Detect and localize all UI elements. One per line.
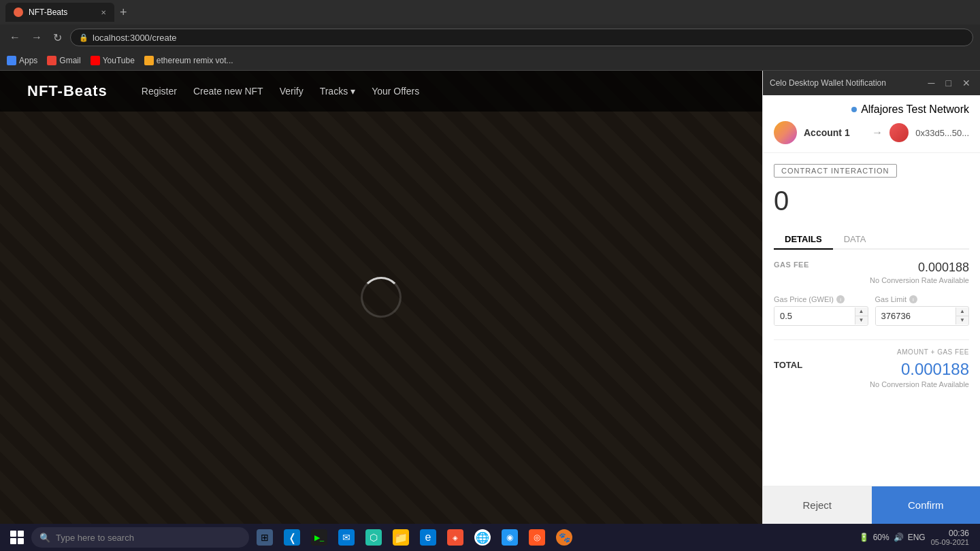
account-row: Account 1 → 0x33d5...50... [774, 121, 969, 144]
wallet-actions: Reject Confirm [763, 486, 980, 524]
gas-limit-group: Gas Limit i ▲ ▼ [875, 295, 970, 326]
task-view-icon: ⊞ [257, 529, 273, 546]
chrome-icon: 🌐 [474, 529, 491, 546]
amount-display: 0 [774, 186, 969, 216]
bookmark-apps-favicon [7, 56, 16, 65]
time-display: 00:36 [931, 529, 969, 538]
vscode-insiders-icon: ⬡ [365, 529, 382, 546]
taskbar-app-terminal[interactable]: ▶_ [306, 524, 332, 550]
gas-price-info-icon[interactable]: i [836, 295, 845, 303]
wallet-title: Celo Desktop Wallet Notification [770, 78, 886, 88]
extra1-icon: ◉ [502, 529, 518, 546]
confirm-button[interactable]: Confirm [872, 486, 981, 524]
file-explorer-icon: 📁 [393, 529, 409, 546]
tab-details[interactable]: DETAILS [774, 230, 833, 250]
taskbar-search-icon: 🔍 [39, 533, 50, 543]
account-info: Account 1 [804, 127, 865, 138]
gas-fee-value: 0.000188 [870, 261, 969, 275]
loading-spinner [361, 277, 402, 318]
terminal-icon: ▶_ [311, 529, 327, 546]
bookmark-gmail[interactable]: Gmail [47, 56, 80, 65]
wallet-window-buttons: ─ □ ✕ [926, 78, 973, 88]
url-text: localhost:3000/create [93, 33, 177, 43]
taskbar-app-vscode[interactable]: ❬ [279, 524, 305, 550]
start-button[interactable] [5, 526, 29, 549]
vscode-icon: ❬ [284, 529, 300, 546]
bookmark-apps-label: Apps [19, 56, 37, 65]
gas-price-label: Gas Price (GWEI) i [774, 295, 868, 303]
account-address-avatar [889, 123, 909, 142]
gas-price-up-button[interactable]: ▲ [855, 307, 868, 316]
content-area: NFT-Beats Register Create new NFT Verify… [0, 71, 980, 524]
gas-limit-input-wrapper: ▲ ▼ [875, 306, 970, 326]
taskbar: 🔍 Type here to search ⊞ ❬ ▶_ ✉ ⬡ 📁 e ◈ 🌐 [0, 524, 980, 551]
new-tab-button[interactable]: + [117, 5, 130, 20]
tab-bar: NFT-Beats ✕ + [5, 3, 130, 22]
contract-interaction-badge: CONTRACT INTERACTION [774, 164, 897, 178]
bookmark-youtube[interactable]: YouTube [91, 56, 135, 65]
taskbar-app-files[interactable]: 📁 [388, 524, 414, 550]
taskbar-app-edge[interactable]: e [415, 524, 441, 550]
bookmark-ethereum[interactable]: ethereum remix vot... [144, 56, 233, 65]
taskbar-app-git[interactable]: ◈ [442, 524, 468, 550]
extra3-icon: 🐾 [556, 529, 572, 546]
gas-inputs: Gas Price (GWEI) i ▲ ▼ Gas Limit i [774, 295, 969, 326]
tab-close-btn[interactable]: ✕ [101, 9, 106, 16]
gas-limit-down-button[interactable]: ▼ [956, 316, 968, 324]
gas-limit-info-icon[interactable]: i [909, 295, 917, 303]
tab-data[interactable]: DATA [833, 230, 877, 250]
bookmark-ethereum-label: ethereum remix vot... [157, 56, 233, 65]
taskbar-app-chrome[interactable]: 🌐 [470, 524, 495, 550]
gas-fee-label: GAS FEE [774, 261, 809, 269]
gas-price-group: Gas Price (GWEI) i ▲ ▼ [774, 295, 868, 326]
tab-favicon [14, 7, 23, 17]
extra2-icon: ◎ [529, 529, 545, 546]
wallet-close-button[interactable]: ✕ [960, 78, 973, 88]
taskbar-search-placeholder: Type here to search [56, 533, 134, 543]
gas-price-input-wrapper: ▲ ▼ [774, 306, 868, 326]
wallet-tabs: DETAILS DATA [774, 230, 969, 250]
network-name: Alfajores Test Network [861, 103, 969, 116]
bookmark-apps[interactable]: Apps [7, 56, 37, 65]
address-bar[interactable]: 🔒 localhost:3000/create [70, 29, 973, 46]
wallet-panel: Celo Desktop Wallet Notification ─ □ ✕ A… [762, 71, 980, 524]
bookmark-gmail-favicon [47, 56, 56, 65]
taskbar-apps: ⊞ ❬ ▶_ ✉ ⬡ 📁 e ◈ 🌐 ◉ ◎ [252, 524, 856, 550]
bookmark-youtube-favicon [91, 56, 100, 65]
wallet-content: CONTRACT INTERACTION 0 DETAILS DATA GAS … [763, 153, 980, 486]
taskbar-app-extra2[interactable]: ◎ [524, 524, 550, 550]
gas-price-down-button[interactable]: ▼ [855, 316, 868, 324]
outlook-icon: ✉ [338, 529, 355, 546]
gas-limit-input[interactable] [876, 307, 956, 325]
active-tab[interactable]: NFT-Beats ✕ [5, 3, 114, 22]
taskbar-app-extra3[interactable]: 🐾 [551, 524, 577, 550]
bookmark-youtube-label: YouTube [103, 56, 135, 65]
gas-price-spinners: ▲ ▼ [855, 307, 868, 324]
gas-limit-up-button[interactable]: ▲ [956, 307, 968, 316]
browser-titlebar: NFT-Beats ✕ + [0, 0, 980, 24]
date-display: 05-09-2021 [931, 538, 969, 546]
back-button[interactable]: ← [7, 29, 23, 46]
total-conversion: No Conversion Rate Available [870, 380, 969, 388]
lock-icon: 🔒 [79, 33, 88, 42]
account-name: Account 1 [804, 127, 865, 138]
forward-button[interactable]: → [29, 29, 45, 46]
taskbar-app-outlook[interactable]: ✉ [333, 524, 359, 550]
account-arrow-icon: → [872, 127, 883, 139]
taskbar-app-task-view[interactable]: ⊞ [252, 524, 278, 550]
taskbar-app-extra1[interactable]: ◉ [497, 524, 523, 550]
gas-limit-spinners: ▲ ▼ [956, 307, 968, 324]
wallet-maximize-button[interactable]: □ [943, 78, 954, 88]
tab-label: NFT-Beats [29, 7, 67, 17]
browser-toolbar: ← → ↻ 🔒 localhost:3000/create [0, 24, 980, 50]
gas-fee-row: GAS FEE 0.000188 No Conversion Rate Avai… [774, 261, 969, 284]
bookmarks-bar: Apps Gmail YouTube ethereum remix vot... [0, 50, 980, 71]
taskbar-app-insiders[interactable]: ⬡ [361, 524, 387, 550]
taskbar-search[interactable]: 🔍 Type here to search [31, 527, 249, 548]
total-section: AMOUNT + GAS FEE TOTAL 0.000188 No Conve… [774, 339, 969, 388]
gas-price-input[interactable] [774, 307, 855, 325]
git-icon: ◈ [447, 529, 463, 546]
wallet-minimize-button[interactable]: ─ [926, 78, 938, 88]
reject-button[interactable]: Reject [763, 486, 872, 524]
reload-button[interactable]: ↻ [50, 29, 65, 47]
